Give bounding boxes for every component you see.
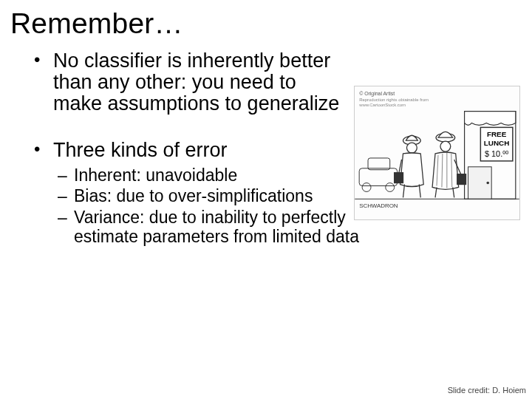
bullet-item: No classifier is inherently better than …: [28, 50, 345, 115]
slide-title: Remember…: [10, 7, 532, 40]
sub-bullet-item: Inherent: unavoidable: [53, 166, 373, 185]
sub-bullet-item: Variance: due to inability to perfectly …: [53, 208, 373, 247]
bullet-text: Three kinds of error: [53, 139, 228, 161]
sign-text: $ 10.⁰⁰: [485, 149, 509, 158]
slide-body: No classifier is inherently better than …: [0, 50, 532, 247]
cartoon-copyright: © Original Artist: [359, 91, 395, 97]
sign-text: FREE: [487, 130, 507, 138]
sub-bullet-item: Bias: due to over-simplifications: [53, 187, 373, 206]
svg-point-18: [440, 141, 451, 151]
svg-line-13: [403, 185, 405, 198]
svg-point-10: [386, 183, 395, 192]
slide-credit: Slide credit: D. Hoiem: [448, 386, 526, 395]
svg-rect-15: [395, 173, 403, 183]
svg-point-12: [406, 143, 417, 153]
svg-point-9: [362, 183, 371, 192]
svg-text:www.CartoonStock.com: www.CartoonStock.com: [358, 103, 406, 107]
svg-point-5: [486, 182, 489, 185]
svg-rect-25: [457, 174, 466, 185]
svg-line-14: [419, 185, 420, 198]
bullet-text: No classifier is inherently better than …: [53, 50, 339, 115]
cartoon-signature: SCHWADRON: [359, 202, 398, 209]
sign-text: LUNCH: [484, 139, 510, 147]
svg-text:Reproduction rights obtainable: Reproduction rights obtainable from: [359, 98, 429, 102]
cartoon-image: © Original Artist Reproduction rights ob…: [354, 86, 520, 220]
